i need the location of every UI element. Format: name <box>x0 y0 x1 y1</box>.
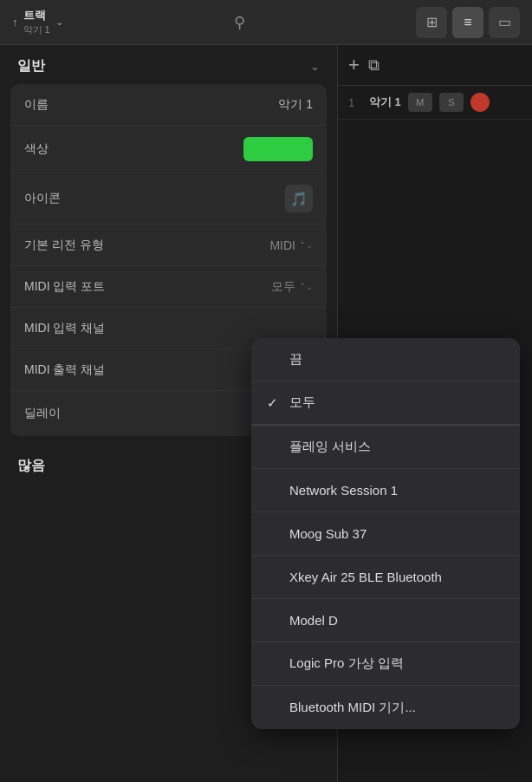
track-number: 1 <box>348 96 362 109</box>
dropdown-item-moog-label: Moog Sub 37 <box>289 526 367 541</box>
midi-output-channel-label: MIDI 출력 채널 <box>24 362 105 378</box>
dropdown-item-bluetooth-midi[interactable]: Bluetooth MIDI 기기... <box>251 686 520 729</box>
midi-port-dropdown: 끔 ✓ 모두 플레잉 서비스 Network Session 1 Moog Su… <box>251 338 520 729</box>
dropdown-item-network-session-label: Network Session 1 <box>289 483 398 498</box>
dropdown-item-xkey[interactable]: Xkey Air 25 BLE Bluetooth <box>251 556 520 599</box>
up-arrow-icon: ↑ <box>12 16 18 29</box>
midi-input-port-label: MIDI 입력 포트 <box>24 279 105 295</box>
dropdown-item-xkey-label: Xkey Air 25 BLE Bluetooth <box>289 570 442 584</box>
color-row[interactable]: 색상 <box>10 126 327 173</box>
track-label: 트랙 <box>23 8 50 23</box>
region-type-arrows: ⌃⌄ <box>299 240 313 250</box>
dropdown-item-network-session[interactable]: Network Session 1 <box>251 469 520 512</box>
general-title: 일반 <box>17 57 45 75</box>
dropdown-item-off[interactable]: 끔 <box>251 338 520 381</box>
check-mark-all: ✓ <box>267 395 281 411</box>
square-view-button[interactable]: ▭ <box>489 7 520 38</box>
icon-box[interactable]: 🎵 <box>285 185 313 212</box>
icon-row[interactable]: 아이콘 🎵 <box>10 173 327 225</box>
midi-input-channel-label: MIDI 입력 채널 <box>24 321 105 336</box>
midi-input-port-value: 모두 ⌃⌄ <box>271 279 313 295</box>
dropdown-item-playing-service[interactable]: 플레잉 서비스 <box>251 426 520 469</box>
name-label: 이름 <box>24 97 49 113</box>
track-name-label: 악기 1 <box>369 94 401 110</box>
region-type-row[interactable]: 기본 리전 유형 MIDI ⌃⌄ <box>10 225 327 266</box>
pin-icon[interactable]: ⚲ <box>234 13 245 32</box>
region-type-value: MIDI ⌃⌄ <box>269 238 313 252</box>
copy-track-button[interactable]: ⧉ <box>368 56 380 75</box>
track-header: 1 악기 1 M S <box>338 86 532 120</box>
track-text: 트랙 악기 1 <box>23 8 50 36</box>
name-value: 악기 1 <box>278 97 313 113</box>
track-info: ↑ 트랙 악기 1 ⌄ <box>12 8 63 36</box>
solo-button[interactable]: S <box>439 93 464 112</box>
dropdown-item-moog[interactable]: Moog Sub 37 <box>251 512 520 556</box>
color-swatch[interactable] <box>243 137 313 161</box>
dropdown-item-all-label: 모두 <box>289 394 315 411</box>
top-bar: ↑ 트랙 악기 1 ⌄ ⚲ ⊞ ≡ ▭ <box>0 0 532 45</box>
dropdown-item-model-d-label: Model D <box>289 613 338 628</box>
view-controls: ⊞ ≡ ▭ <box>416 7 520 38</box>
dropdown-item-logic-pro-label: Logic Pro 가상 입력 <box>289 655 404 672</box>
dropdown-item-model-d[interactable]: Model D <box>251 599 520 642</box>
general-section-header[interactable]: 일반 ⌄ <box>0 45 337 84</box>
color-label: 색상 <box>24 141 49 157</box>
grid-view-button[interactable]: ⊞ <box>416 7 447 38</box>
region-type-label: 기본 리전 유형 <box>24 238 104 253</box>
dropdown-item-all[interactable]: ✓ 모두 <box>251 381 520 425</box>
dropdown-item-logic-pro[interactable]: Logic Pro 가상 입력 <box>251 642 520 686</box>
icon-label: 아이콘 <box>24 191 61 206</box>
track-chevron-icon[interactable]: ⌄ <box>55 16 63 28</box>
general-chevron-icon[interactable]: ⌄ <box>310 60 320 73</box>
record-button[interactable] <box>470 93 490 112</box>
dropdown-item-playing-service-label: 플레잉 서비스 <box>289 439 371 455</box>
delay-label: 딜레이 <box>24 406 61 421</box>
list-view-button[interactable]: ≡ <box>452 7 483 38</box>
dropdown-item-bluetooth-midi-label: Bluetooth MIDI 기기... <box>289 700 416 716</box>
midi-input-port-row[interactable]: MIDI 입력 포트 모두 ⌃⌄ <box>10 266 327 308</box>
mute-button[interactable]: M <box>408 93 432 112</box>
right-top-bar: + ⧉ <box>338 45 532 86</box>
track-sub-label: 악기 1 <box>23 23 50 36</box>
midi-input-port-arrows: ⌃⌄ <box>299 282 313 291</box>
dropdown-item-off-label: 끔 <box>289 351 302 368</box>
add-track-button[interactable]: + <box>348 54 360 76</box>
name-row[interactable]: 이름 악기 1 <box>10 84 327 126</box>
